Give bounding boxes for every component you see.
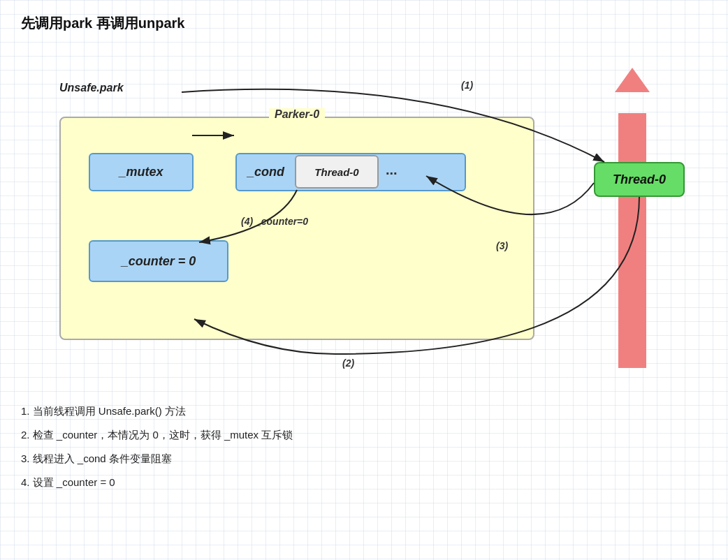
desc-item-1: 1. 当前线程调用 Unsafe.park() 方法: [21, 403, 707, 420]
counter-box: _counter = 0: [89, 240, 228, 282]
desc-item-4: 4. 设置 _counter = 0: [21, 474, 707, 491]
pink-arrow-head: [615, 68, 650, 92]
page-title: 先调用park 再调用unpark: [21, 14, 707, 33]
unsafe-park-label: Unsafe.park: [59, 82, 124, 94]
svg-text:(1): (1): [461, 80, 473, 91]
cond-label: _cond: [247, 165, 284, 179]
svg-text:(2): (2): [342, 358, 354, 369]
diagram-area: Unsafe.park Parker-0 _mutex _cond Thread…: [21, 54, 692, 382]
pink-arrow-shaft: [618, 113, 646, 368]
parker-box: Parker-0 _mutex _cond Thread-0 ... _coun…: [59, 117, 534, 340]
desc-item-3: 3. 线程进入 _cond 条件变量阻塞: [21, 450, 707, 467]
description-section: 1. 当前线程调用 Unsafe.park() 方法 2. 检查 _counte…: [21, 403, 707, 491]
thread0-outer-box: Thread-0: [594, 162, 685, 197]
parker-label: Parker-0: [269, 108, 325, 121]
dots-label: ...: [386, 162, 398, 178]
thread0-inner-box: Thread-0: [295, 155, 379, 189]
pink-arrow: [615, 68, 650, 368]
mutex-box: _mutex: [89, 153, 194, 191]
desc-item-2: 2. 检查 _counter，本情况为 0，这时，获得 _mutex 互斥锁: [21, 427, 707, 443]
